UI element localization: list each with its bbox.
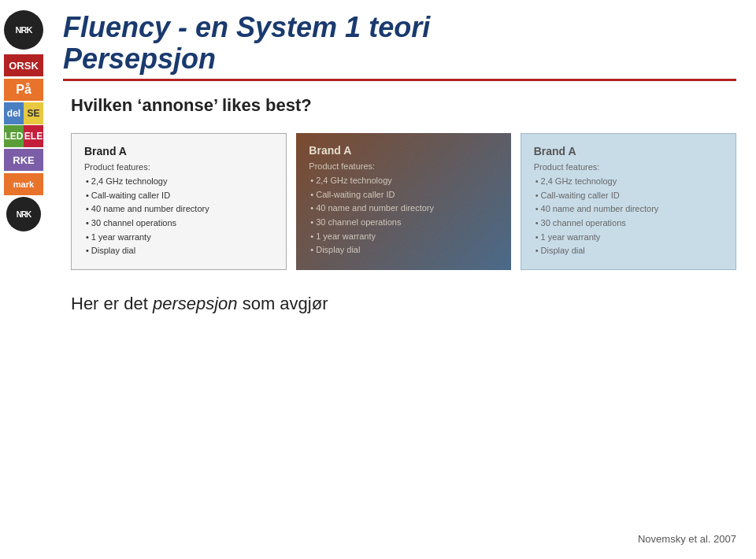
mark-logo: mark — [4, 173, 43, 195]
main-content: Fluency - en System 1 teori Persepsjon H… — [47, 0, 756, 559]
title-line1: Fluency - en System 1 teori — [63, 12, 736, 43]
feature-item: 2,4 GHz technology — [534, 175, 723, 189]
card-white-brand: Brand A — [84, 145, 273, 157]
feature-item: 40 name and number directory — [84, 202, 273, 217]
feature-item: Call-waiting caller ID — [534, 189, 723, 203]
feature-item: 30 channel operations — [534, 217, 723, 231]
cards-container: Brand A Product features: 2,4 GHz techno… — [71, 133, 736, 270]
feature-item: Call-waiting caller ID — [84, 189, 273, 203]
card-light-features: 2,4 GHz technology Call-waiting caller I… — [534, 175, 723, 258]
bottom-text-plain: Her er det — [71, 294, 153, 313]
rke-logo: RKE — [4, 149, 43, 171]
card-dark-subtitle: Product features: — [309, 161, 498, 171]
feature-item: 2,4 GHz technology — [309, 174, 498, 188]
title-divider — [63, 79, 736, 81]
feature-item: 1 year warranty — [309, 230, 498, 244]
card-dark-brand: Brand A — [309, 144, 498, 157]
sidebar: NRK ORSK På del SE LED ELE RKE mark NRK — [0, 0, 47, 559]
feature-item: 2,4 GHz technology — [84, 175, 273, 189]
feature-item: 40 name and number directory — [534, 202, 723, 217]
del-se-row: del SE — [4, 102, 43, 124]
feature-item: Display dial — [309, 243, 498, 257]
bottom-text-italic: persepsjon — [153, 294, 238, 313]
feature-item: 1 year warranty — [84, 231, 273, 245]
feature-item: 1 year warranty — [534, 231, 723, 245]
led-ele-row: LED ELE — [4, 125, 43, 147]
card-dark-features: 2,4 GHz technology Call-waiting caller I… — [309, 174, 498, 257]
sidebar-logos: NRK ORSK På del SE LED ELE RKE mark NRK — [4, 6, 43, 235]
pa-logo: På — [4, 79, 43, 101]
ele-logo: ELE — [24, 125, 43, 147]
card-dark: Brand A Product features: 2,4 GHz techno… — [296, 133, 510, 270]
card-white-subtitle: Product features: — [84, 162, 273, 172]
citation: Novemsky et al. 2007 — [638, 533, 736, 545]
card-light-subtitle: Product features: — [534, 162, 723, 172]
card-light-blue: Brand A Product features: 2,4 GHz techno… — [521, 133, 736, 270]
card-white: Brand A Product features: 2,4 GHz techno… — [71, 133, 287, 270]
del-logo: del — [4, 102, 24, 124]
question-text: Hvilken ‘annonse’ likes best? — [71, 95, 736, 116]
nrk-bottom-logo: NRK — [6, 197, 41, 231]
se-logo: SE — [24, 102, 43, 124]
title-section: Fluency - en System 1 teori Persepsjon — [63, 12, 736, 81]
card-light-brand: Brand A — [534, 145, 723, 157]
bottom-text-end: som avgjør — [238, 294, 328, 313]
nrk-logo: NRK — [4, 10, 43, 50]
title-line2: Persepsjon — [63, 43, 736, 75]
feature-item: Call-waiting caller ID — [309, 188, 498, 202]
feature-item: 30 channel operations — [309, 216, 498, 230]
feature-item: 40 name and number directory — [309, 202, 498, 216]
orsk-logo: ORSK — [4, 54, 43, 76]
feature-item: Display dial — [534, 244, 723, 258]
card-white-features: 2,4 GHz technology Call-waiting caller I… — [84, 175, 273, 258]
feature-item: Display dial — [84, 244, 273, 258]
led-logo: LED — [4, 125, 24, 147]
bottom-text: Her er det persepsjon som avgjør — [71, 294, 736, 314]
feature-item: 30 channel operations — [84, 217, 273, 231]
